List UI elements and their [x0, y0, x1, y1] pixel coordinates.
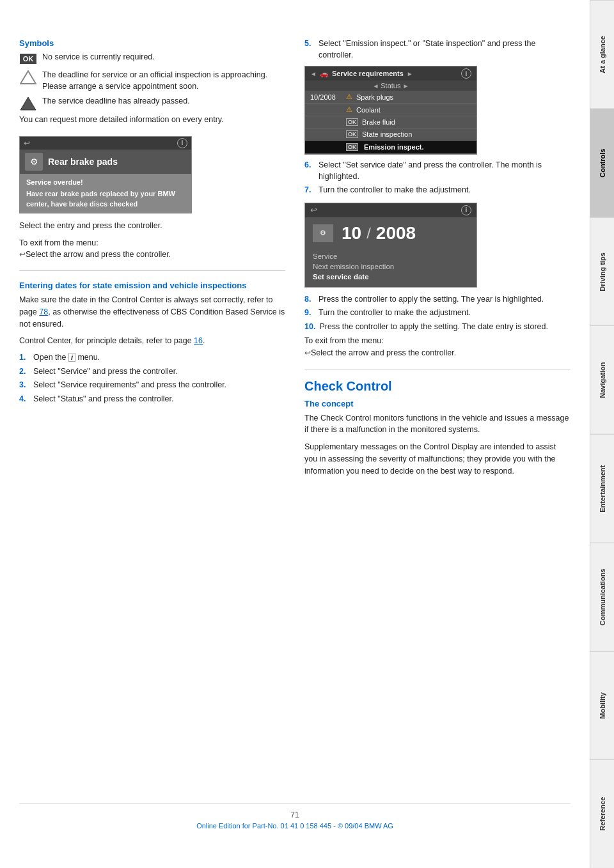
step-2-text: Select "Service" and press the controlle… — [33, 366, 178, 378]
step-10-text: Press the controller to apply the settin… — [319, 322, 548, 333]
control-center-ref: Control Center, for principle details, r… — [19, 335, 285, 347]
svc-date: 10/2008 — [310, 93, 342, 101]
service-overdue-line2: Have rear brake pads replaced by your BM… — [26, 189, 185, 209]
to-exit-text-1: To exit from the menu: ↩ Select the arro… — [19, 237, 285, 261]
triangle-filled-icon — [19, 96, 37, 110]
symbols-heading: Symbols — [19, 38, 285, 48]
brake-header: ⚙ Rear brake pads — [20, 150, 191, 174]
select-arrow-text-1: Select the arrow and press the controlle… — [26, 250, 171, 259]
footer-text: Online Edition for Part-No. 01 41 0 158 … — [19, 822, 571, 830]
step-6: 6. Select "Set service date" and press t… — [304, 160, 571, 182]
step-1: 1. Open the i menu. — [19, 352, 285, 364]
right-arrow-icon: ► — [407, 70, 413, 77]
check-control-heading: Check Control — [304, 379, 571, 394]
date-option-next-emission: Next emission inspection — [313, 261, 469, 272]
back-arrow-icon: ↩ — [24, 139, 30, 148]
date-option-service: Service — [313, 251, 469, 261]
entering-dates-intro: Make sure the date in the Control Center… — [19, 294, 285, 330]
step-5: 5. Select "Emission inspect." or "State … — [304, 38, 571, 61]
step-9-text: Turn the controller to make the adjustme… — [319, 307, 471, 319]
coolant-label: Coolant — [356, 106, 381, 114]
divider-1 — [19, 270, 285, 271]
svg-marker-0 — [20, 71, 36, 84]
svc-req-title: ◄ 🚗 Service requirements ► — [310, 70, 413, 78]
svg-marker-1 — [20, 97, 36, 110]
ok-icon-emission: OK — [346, 143, 358, 151]
svc-status-text: Status — [381, 82, 400, 89]
date-back-arrow: ↩ — [310, 205, 317, 215]
svc-req-title-text: Service requirements — [332, 70, 404, 77]
service-requirements-screen: ◄ 🚗 Service requirements ► i ◄ Status ► — [304, 66, 477, 155]
emission-label: Emission inspect. — [362, 143, 426, 151]
date-slash: / — [366, 224, 371, 242]
to-exit-text-2: To exit from the menu: ↩ Select the arro… — [304, 335, 571, 359]
car-icon: 🚗 — [320, 70, 329, 78]
back-arrow-symbol-2: ↩ — [304, 347, 311, 359]
sidebar-tab-mobility[interactable]: Mobility — [590, 651, 614, 760]
select-entry-text: Select the entry and press the controlle… — [19, 220, 285, 232]
step-3: 3. Select "Service requirements" and pre… — [19, 380, 285, 391]
symbol-row-triangle: The deadline for service or an official … — [19, 70, 285, 92]
brake-service-overdue: Service overdue! Have rear brake pads re… — [20, 174, 191, 213]
triangle-warning-icon — [19, 70, 37, 84]
svc-req-sub-header: ◄ Status ► — [305, 81, 476, 91]
page-number: 71 — [19, 810, 571, 819]
svc-row-brakefluid: OK Brake fluid — [305, 116, 476, 128]
svc-row-coolant: ⚠ Coolant — [305, 104, 476, 116]
brake-title: Rear brake pads — [48, 157, 118, 167]
sparkplugs-label: Spark plugs — [356, 93, 393, 101]
brake-top-bar: ↩ i — [20, 137, 191, 150]
step-7: 7. Turn the controller to make the adjus… — [304, 185, 571, 196]
date-month: 10 — [342, 223, 361, 244]
concept-text-2: Supplementary messages on the Control Di… — [304, 441, 571, 477]
date-info-icon: i — [461, 205, 471, 215]
sidebar-tab-at-a-glance[interactable]: At a glance — [590, 0, 614, 109]
step-4: 4. Select "Status" and press the control… — [19, 394, 285, 405]
ok-icon: OK — [19, 52, 37, 66]
sidebar-tab-entertainment[interactable]: Entertainment — [590, 434, 614, 543]
symbol-row-triangle-filled: The service deadline has already passed. — [19, 96, 285, 110]
step-3-text: Select "Service requirements" and press … — [33, 380, 226, 391]
symbol1-text: No service is currently required. — [42, 52, 155, 63]
date-screen: ↩ i ⚙ 10 / 2008 Service Next emission in… — [304, 203, 477, 288]
page-link-16[interactable]: 16 — [194, 336, 203, 345]
date-option-set-service-date: Set service date — [313, 272, 469, 282]
step-9: 9. Turn the controller to make the adjus… — [304, 307, 571, 319]
date-year: 2008 — [376, 223, 416, 244]
step-8: 8. Press the controller to apply the set… — [304, 294, 571, 306]
ok-icon-state: OK — [346, 130, 358, 138]
date-service-icon: ⚙ — [313, 224, 333, 242]
symbol3-text: The service deadline has already passed. — [42, 96, 190, 107]
sidebar-tab-reference[interactable]: Reference — [590, 759, 614, 868]
stateinspection-label: State inspection — [362, 130, 412, 138]
service-overdue-line1: Service overdue! — [26, 178, 185, 187]
info-icon: i — [177, 138, 187, 148]
step-7-text: Turn the controller to make the adjustme… — [319, 185, 471, 196]
page-link-78[interactable]: 78 — [39, 307, 48, 316]
svc-row-stateinspection: OK State inspection — [305, 128, 476, 141]
sidebar-tab-controls[interactable]: Controls — [590, 109, 614, 217]
svc-req-header: ◄ 🚗 Service requirements ► i — [305, 66, 476, 81]
step-8-text: Press the controller to apply the settin… — [319, 294, 544, 306]
ok-icon-brakefluid: OK — [346, 118, 358, 126]
sidebar-right: At a glance Controls Driving tips Naviga… — [590, 0, 614, 868]
brakefluid-label: Brake fluid — [362, 118, 395, 126]
divider-2 — [304, 369, 571, 369]
left-arrow-icon: ◄ — [310, 70, 317, 77]
sidebar-tab-driving-tips[interactable]: Driving tips — [590, 217, 614, 326]
date-options: Service Next emission inspection Set ser… — [305, 249, 476, 287]
warn-icon-coolant: ⚠ — [346, 105, 352, 114]
step-6-text: Select "Set service date" and press the … — [319, 160, 571, 182]
brake-pads-screen: ↩ i ⚙ Rear brake pads Service overdue! H… — [19, 136, 192, 213]
concept-text-1: The Check Control monitors functions in … — [304, 412, 571, 437]
steps-list-left: 1. Open the i menu. 2. Select "Service" … — [19, 352, 285, 405]
ok-badge: OK — [20, 54, 37, 64]
sidebar-tab-navigation[interactable]: Navigation — [590, 325, 614, 434]
sidebar-tab-communications[interactable]: Communications — [590, 543, 614, 651]
symbol2-text: The deadline for service or an official … — [42, 70, 285, 92]
info-text: You can request more detailed informatio… — [19, 114, 285, 126]
warn-icon-sparkplugs: ⚠ — [346, 93, 352, 101]
svc-row-sparkplugs: 10/2008 ⚠ Spark plugs — [305, 91, 476, 104]
step-2: 2. Select "Service" and press the contro… — [19, 366, 285, 378]
date-display: ⚙ 10 / 2008 — [305, 218, 476, 249]
